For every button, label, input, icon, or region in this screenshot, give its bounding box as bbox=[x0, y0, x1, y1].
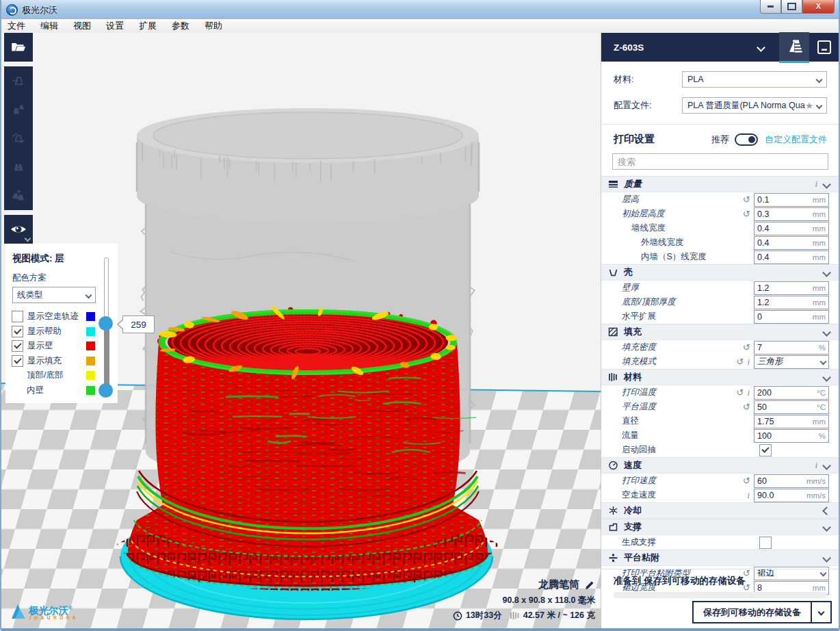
mirror-button[interactable] bbox=[4, 153, 33, 181]
brand-triangle-icon bbox=[11, 604, 26, 620]
viewport-status: 龙腾笔筒 90.8 x 90.8 x 118.0 毫米 13时33分 42.57… bbox=[453, 578, 595, 621]
slider-track-lower[interactable] bbox=[104, 324, 109, 393]
chevron-down-icon[interactable] bbox=[757, 43, 765, 52]
setting-input[interactable]: 0.4mm bbox=[754, 222, 829, 235]
profile-label: 配置文件: bbox=[614, 99, 682, 112]
legend-checkbox[interactable] bbox=[12, 340, 23, 352]
setting-input[interactable]: 100% bbox=[754, 429, 829, 443]
info-icon: i bbox=[815, 460, 817, 471]
machine-header: Z-603S bbox=[601, 33, 839, 62]
move-icon bbox=[10, 72, 27, 90]
view-mode-button[interactable] bbox=[4, 215, 33, 244]
slider-track-upper[interactable] bbox=[104, 257, 109, 326]
setting-row-quality: 层高↺0.1mm bbox=[601, 192, 839, 207]
setting-row-speed: 打印速度↺60mm/s bbox=[601, 474, 839, 488]
legend-color-swatch bbox=[86, 371, 95, 380]
setting-label: 初始层高度 bbox=[601, 208, 665, 220]
section-quality[interactable]: 质量i bbox=[601, 176, 839, 192]
scale-icon bbox=[10, 101, 27, 118]
setting-input[interactable]: 200°C bbox=[754, 386, 829, 400]
chevron-down-icon bbox=[822, 523, 831, 532]
menu-item-4[interactable]: 扩展 bbox=[131, 19, 164, 33]
setting-input[interactable]: 0.4mm bbox=[754, 236, 829, 250]
setting-checkbox[interactable] bbox=[759, 444, 772, 456]
setting-input[interactable]: 0mm bbox=[754, 310, 829, 324]
menu-item-3[interactable]: 设置 bbox=[99, 19, 131, 33]
legend-checkbox[interactable] bbox=[12, 355, 23, 367]
menu-item-5[interactable]: 参数 bbox=[164, 19, 197, 33]
menu-item-6[interactable]: 帮助 bbox=[197, 19, 230, 33]
mode-toggle[interactable] bbox=[735, 133, 758, 146]
rename-pencil-icon[interactable] bbox=[584, 580, 595, 591]
setting-label: 层高 bbox=[601, 194, 639, 205]
legend-checkbox[interactable] bbox=[12, 311, 23, 322]
material-usage: 42.57 米 / ~ 126 克 bbox=[523, 610, 595, 621]
output-footer: 准备到 保存到可移动的存储设备 保存到可移动的存储设备 bbox=[601, 569, 839, 628]
reset-icon[interactable]: ↺ bbox=[743, 194, 750, 205]
section-title: 壳 bbox=[624, 266, 824, 279]
setting-label: 底部/顶部厚度 bbox=[601, 296, 675, 308]
slider-handle-bottom[interactable] bbox=[99, 383, 113, 398]
section-adhesion[interactable]: 平台粘附 bbox=[601, 550, 839, 566]
minimize-icon bbox=[767, 5, 774, 8]
search-input[interactable] bbox=[613, 157, 828, 167]
multiply-button[interactable] bbox=[4, 181, 33, 210]
setting-input[interactable]: 0.1mm bbox=[754, 193, 829, 207]
setting-input[interactable]: 60mm/s bbox=[754, 474, 829, 488]
save-to-removable-button[interactable]: 保存到可移动的存储设备 bbox=[692, 601, 812, 623]
section-shell[interactable]: 壳 bbox=[601, 264, 839, 281]
reset-icon[interactable]: ↺ bbox=[736, 387, 744, 398]
slider-handle-top[interactable] bbox=[99, 316, 113, 331]
section-material[interactable]: 材料 bbox=[601, 369, 839, 385]
close-icon: X bbox=[816, 3, 821, 10]
menu-item-0[interactable]: 文件 bbox=[0, 19, 33, 33]
machine-selector[interactable]: Z-603S bbox=[601, 42, 758, 53]
color-scheme-dropdown[interactable]: 线类型 bbox=[12, 287, 96, 303]
check-icon bbox=[14, 356, 21, 363]
save-options-button[interactable] bbox=[812, 601, 832, 623]
reset-icon[interactable]: ↺ bbox=[743, 476, 750, 486]
rotate-button[interactable] bbox=[4, 124, 33, 153]
setting-input[interactable]: 50°C bbox=[754, 400, 829, 414]
menu-item-1[interactable]: 编辑 bbox=[33, 19, 66, 33]
minimize-button[interactable] bbox=[760, 0, 781, 14]
section-cooling[interactable]: 冷却 bbox=[601, 502, 839, 519]
setting-label: 壁厚 bbox=[601, 282, 639, 294]
maximize-button[interactable] bbox=[781, 0, 802, 14]
filament-icon bbox=[510, 611, 520, 620]
layer-slider[interactable] bbox=[99, 256, 114, 401]
tab-layer-view[interactable] bbox=[779, 32, 809, 63]
reset-icon[interactable]: ↺ bbox=[736, 357, 744, 367]
chevron-down-icon bbox=[822, 328, 831, 337]
support-icon bbox=[608, 522, 620, 532]
setting-row-material: 平台温度↺50°C bbox=[601, 400, 839, 414]
setting-input[interactable]: 1.75mm bbox=[754, 415, 829, 428]
setting-dropdown[interactable]: 三角形 bbox=[754, 355, 829, 369]
setting-input[interactable]: 1.2mm bbox=[754, 296, 829, 309]
setting-input[interactable]: 1.2mm bbox=[754, 281, 829, 295]
menu-item-2[interactable]: 视图 bbox=[66, 19, 99, 33]
setting-input[interactable]: 90.0mm/s bbox=[754, 489, 829, 502]
scale-button[interactable] bbox=[4, 95, 33, 124]
profile-dropdown[interactable]: PLA 普通质量(PLA Norma Qua ★ bbox=[682, 97, 827, 114]
setting-label: 流量 bbox=[601, 430, 639, 441]
tab-prepare-view[interactable] bbox=[809, 33, 839, 62]
setting-input[interactable]: 0.4mm bbox=[754, 250, 829, 264]
legend-color-swatch bbox=[86, 312, 95, 321]
reset-icon[interactable]: ↺ bbox=[743, 402, 750, 412]
section-support[interactable]: 支撑 bbox=[601, 519, 839, 535]
reset-icon[interactable]: ↺ bbox=[743, 342, 750, 352]
legend-checkbox[interactable] bbox=[12, 326, 23, 337]
section-infill[interactable]: 填充 bbox=[601, 324, 839, 340]
section-speed[interactable]: 速度i bbox=[601, 457, 839, 474]
move-button[interactable] bbox=[4, 66, 33, 95]
title-bar[interactable]: 极光尔沃 X bbox=[0, 0, 840, 20]
setting-input[interactable]: 7% bbox=[754, 341, 829, 355]
material-dropdown[interactable]: PLA bbox=[682, 71, 827, 88]
open-file-button[interactable] bbox=[4, 33, 33, 62]
setting-input[interactable]: 0.3mm bbox=[754, 207, 829, 221]
custom-profile-link[interactable]: 自定义配置文件 bbox=[765, 133, 827, 146]
setting-checkbox[interactable] bbox=[759, 537, 772, 549]
close-button[interactable]: X bbox=[802, 0, 835, 14]
reset-icon[interactable]: ↺ bbox=[743, 209, 750, 219]
